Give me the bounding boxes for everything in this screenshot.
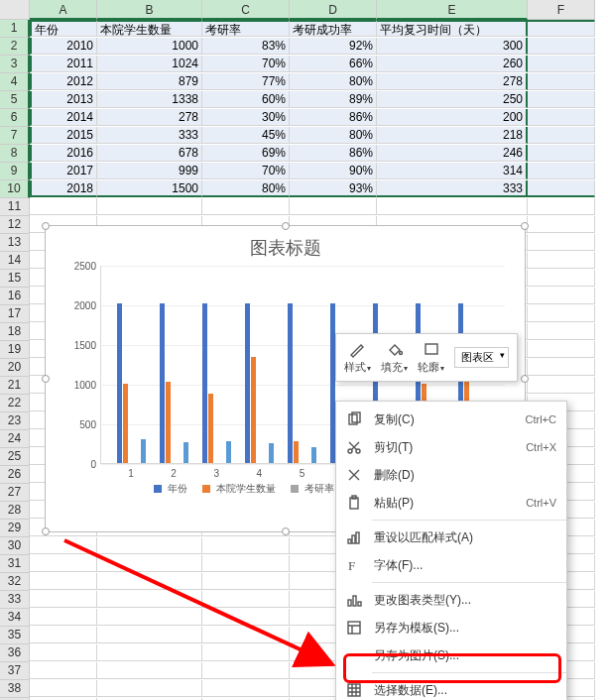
- cell-C31[interactable]: [202, 555, 290, 572]
- row-header-14[interactable]: 14: [0, 252, 30, 270]
- row-header-26[interactable]: 26: [0, 466, 30, 484]
- row-header-20[interactable]: 20: [0, 359, 30, 377]
- bar[interactable]: [166, 382, 171, 463]
- cell-A3[interactable]: 2011: [30, 56, 97, 72]
- style-button[interactable]: 样式▾: [344, 340, 371, 375]
- cell-F10[interactable]: [528, 180, 595, 197]
- resize-handle-tr[interactable]: [521, 222, 529, 230]
- cell-F1[interactable]: [528, 20, 595, 37]
- cell-B1[interactable]: 本院学生数量: [97, 20, 202, 37]
- row-header-33[interactable]: 33: [0, 591, 30, 609]
- row-header-35[interactable]: 35: [0, 627, 30, 644]
- row-header-5[interactable]: 5: [0, 91, 30, 109]
- row-header-10[interactable]: 10: [0, 180, 30, 198]
- cell-F2[interactable]: [528, 38, 595, 55]
- cell-A4[interactable]: 2012: [30, 73, 97, 90]
- cell-B10[interactable]: 1500: [97, 180, 202, 197]
- cell-D10[interactable]: 93%: [290, 180, 377, 197]
- bar[interactable]: [123, 384, 128, 463]
- resize-handle-bl[interactable]: [42, 527, 50, 535]
- row-header-21[interactable]: 21: [0, 377, 30, 395]
- resize-handle-tl[interactable]: [42, 222, 50, 230]
- row-header-31[interactable]: 31: [0, 555, 30, 573]
- resize-handle-rc[interactable]: [521, 375, 529, 383]
- row-header-30[interactable]: 30: [0, 537, 30, 555]
- cell-B7[interactable]: 333: [97, 127, 202, 144]
- cell-E8[interactable]: 246: [377, 145, 528, 162]
- row-header-16[interactable]: 16: [0, 288, 30, 305]
- cell-F11[interactable]: [528, 198, 595, 215]
- cell-C6[interactable]: 30%: [202, 109, 290, 126]
- row-header-17[interactable]: 17: [0, 305, 30, 323]
- cell-B31[interactable]: [97, 555, 202, 572]
- cell-A5[interactable]: 2013: [30, 91, 97, 108]
- ctx-select-data[interactable]: 选择数据(E)...: [336, 676, 566, 700]
- bar[interactable]: [141, 439, 146, 463]
- bar[interactable]: [202, 303, 207, 463]
- chart-title[interactable]: 图表标题: [46, 226, 525, 266]
- bar[interactable]: [294, 441, 299, 463]
- ctx-save-template[interactable]: 另存为模板(S)...: [336, 614, 566, 642]
- cell-E9[interactable]: 314: [377, 163, 528, 179]
- cell-B9[interactable]: 999: [97, 163, 202, 179]
- cell-B4[interactable]: 879: [97, 73, 202, 90]
- cell-C34[interactable]: [202, 609, 290, 626]
- ctx-cut[interactable]: 剪切(T) Ctrl+X: [336, 433, 566, 461]
- bar[interactable]: [311, 447, 316, 463]
- row-header-9[interactable]: 9: [0, 163, 30, 180]
- bar[interactable]: [183, 442, 188, 463]
- cell-B8[interactable]: 678: [97, 145, 202, 162]
- row-header-6[interactable]: 6: [0, 109, 30, 127]
- cell-C4[interactable]: 77%: [202, 73, 290, 90]
- cell-A36[interactable]: [30, 644, 97, 661]
- bar[interactable]: [160, 303, 165, 463]
- cell-A34[interactable]: [30, 609, 97, 626]
- cell-F6[interactable]: [528, 109, 595, 126]
- cell-F19[interactable]: [528, 341, 595, 358]
- row-header-7[interactable]: 7: [0, 127, 30, 145]
- row-header-23[interactable]: 23: [0, 412, 30, 430]
- cell-B38[interactable]: [97, 680, 202, 697]
- ctx-copy[interactable]: 复制(C) Ctrl+C: [336, 406, 566, 433]
- cell-C30[interactable]: [202, 537, 290, 554]
- cell-C37[interactable]: [202, 662, 290, 679]
- row-header-3[interactable]: 3: [0, 56, 30, 73]
- select-all-corner[interactable]: [0, 0, 30, 20]
- cell-C33[interactable]: [202, 591, 290, 608]
- cell-F14[interactable]: [528, 252, 595, 269]
- row-header-18[interactable]: 18: [0, 323, 30, 341]
- bar[interactable]: [288, 303, 293, 463]
- cell-C32[interactable]: [202, 573, 290, 590]
- cell-A11[interactable]: [30, 198, 97, 215]
- ctx-delete[interactable]: 删除(D): [336, 461, 566, 489]
- cell-C36[interactable]: [202, 644, 290, 661]
- row-header-15[interactable]: 15: [0, 270, 30, 288]
- cell-C1[interactable]: 考研率: [202, 20, 290, 37]
- cell-A10[interactable]: 2018: [30, 180, 97, 197]
- row-header-1[interactable]: 1: [0, 20, 30, 38]
- cell-F7[interactable]: [528, 127, 595, 144]
- cell-F4[interactable]: [528, 73, 595, 90]
- row-header-12[interactable]: 12: [0, 216, 30, 234]
- cell-D4[interactable]: 80%: [290, 73, 377, 90]
- cell-E3[interactable]: 260: [377, 56, 528, 72]
- ctx-reset-style[interactable]: 重设以匹配样式(A): [336, 524, 566, 551]
- bar[interactable]: [208, 394, 213, 463]
- cell-A2[interactable]: 2010: [30, 38, 97, 55]
- cell-E6[interactable]: 200: [377, 109, 528, 126]
- cell-E10[interactable]: 333: [377, 180, 528, 197]
- cell-C10[interactable]: 80%: [202, 180, 290, 197]
- bar[interactable]: [251, 357, 256, 463]
- col-header-D[interactable]: D: [290, 0, 377, 20]
- cell-B32[interactable]: [97, 573, 202, 590]
- col-header-F[interactable]: F: [528, 0, 595, 20]
- cell-A32[interactable]: [30, 573, 97, 590]
- cell-C11[interactable]: [202, 198, 290, 215]
- fill-button[interactable]: 填充▾: [381, 340, 408, 375]
- ctx-save-image[interactable]: 另存为图片(S)...: [336, 642, 566, 669]
- cell-B35[interactable]: [97, 627, 202, 643]
- row-header-4[interactable]: 4: [0, 73, 30, 91]
- resize-handle-bc[interactable]: [282, 527, 290, 535]
- cell-D7[interactable]: 80%: [290, 127, 377, 144]
- row-header-11[interactable]: 11: [0, 198, 30, 216]
